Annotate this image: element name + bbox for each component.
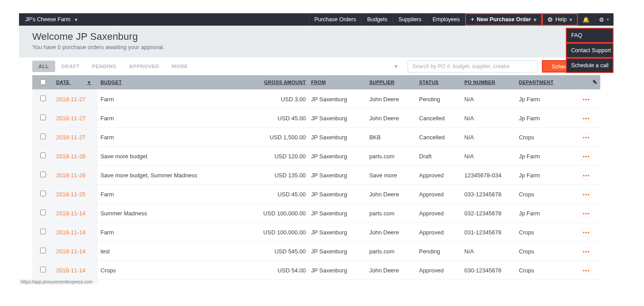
tab-label: APPROVED [129, 64, 159, 69]
nav-employees[interactable]: Employees [427, 13, 465, 26]
nav-suppliers[interactable]: Suppliers [393, 13, 427, 26]
status-bar-url: https://app.procurementexpress.com [19, 279, 94, 285]
col-department[interactable]: DEPARTMENT [516, 75, 573, 90]
row-actions-button[interactable]: ••• [581, 95, 592, 103]
org-switcher[interactable]: JP's Cheese Farm ▾ [25, 16, 78, 23]
row-po: 033-12345678 [462, 185, 516, 204]
row-checkbox[interactable] [40, 210, 46, 215]
row-gross: USD 545.00 [255, 280, 308, 283]
tab-pending[interactable]: PENDING [86, 61, 123, 72]
search-input[interactable] [408, 60, 538, 73]
row-date-link[interactable]: 2018-11-14 [56, 267, 86, 274]
row-checkbox[interactable] [40, 96, 46, 101]
row-po: N/A [462, 280, 516, 283]
row-checkbox[interactable] [40, 248, 46, 253]
col-gross[interactable]: GROSS AMOUNT [255, 75, 308, 90]
row-checkbox[interactable] [40, 115, 46, 120]
row-po: N/A [462, 242, 516, 261]
row-actions-button[interactable]: ••• [581, 152, 592, 161]
help-faq[interactable]: FAQ [567, 29, 613, 42]
nav-budgets[interactable]: Budgets [361, 13, 393, 26]
nav-label: Suppliers [398, 16, 421, 23]
row-budget: Crops [98, 261, 254, 280]
row-actions-button[interactable]: ••• [581, 266, 592, 275]
row-status: Pending [417, 280, 462, 283]
select-all-checkbox[interactable] [40, 79, 46, 85]
edit-columns-icon[interactable]: ✎ [592, 79, 598, 86]
row-date-link[interactable]: 2018-11-26 [56, 172, 86, 179]
filter-bar: ALL DRAFT PENDING APPROVED MORE ▼ Schedu… [19, 57, 614, 75]
row-actions-button[interactable]: ••• [581, 228, 592, 237]
row-from: JP Saxenburg [308, 280, 367, 283]
col-supplier[interactable]: SUPPLIER [367, 75, 417, 90]
row-from: JP Saxenburg [308, 185, 367, 204]
row-date-link[interactable]: 2018-11-27 [56, 96, 86, 103]
topbar: JP's Cheese Farm ▾ Purchase Orders Budge… [19, 13, 614, 26]
row-budget: Farm [98, 223, 254, 242]
caret-down-icon: ▾ [569, 16, 572, 23]
caret-down-icon: ▾ [534, 16, 537, 23]
row-checkbox[interactable] [40, 134, 46, 139]
help-schedule[interactable]: Schedule a call [567, 59, 613, 72]
row-actions-button[interactable]: ••• [581, 209, 592, 218]
row-dept: Crops [516, 128, 573, 147]
page-subtitle: You have 0 purchase orders awaiting your… [32, 44, 600, 50]
row-budget: Farm [98, 109, 254, 128]
row-date-link[interactable]: 2018-11-25 [56, 191, 86, 198]
row-dept: Jp Farm [516, 90, 573, 109]
col-po-number[interactable]: PO NUMBER [462, 75, 516, 90]
row-from: JP Saxenburg [308, 128, 367, 147]
row-supplier: parts.com [367, 147, 417, 166]
row-status: Pending [417, 90, 462, 109]
col-status[interactable]: STATUS [417, 75, 462, 90]
row-checkbox[interactable] [40, 267, 46, 272]
row-checkbox[interactable] [40, 229, 46, 234]
row-dept: Crops [516, 280, 573, 283]
row-date-link[interactable]: 2018-11-26 [56, 153, 86, 160]
tab-more[interactable]: MORE [166, 61, 194, 72]
filter-icon[interactable]: ▼ [389, 63, 403, 70]
help-contact[interactable]: Contact Support [567, 44, 613, 57]
row-from: JP Saxenburg [308, 242, 367, 261]
col-budget[interactable]: BUDGET [98, 75, 254, 90]
tab-label: ALL [38, 64, 49, 69]
settings-button[interactable]: ⚙ ▾ [594, 13, 614, 26]
row-from: JP Saxenburg [308, 147, 367, 166]
row-checkbox[interactable] [40, 191, 46, 196]
row-from: JP Saxenburg [308, 261, 367, 280]
tab-all[interactable]: ALL [32, 61, 55, 72]
row-actions-button[interactable]: ••• [581, 247, 592, 256]
row-actions-button[interactable]: ••• [581, 114, 592, 122]
row-date-link[interactable]: 2018-11-14 [56, 229, 86, 236]
row-status: Approved [417, 223, 462, 242]
row-from: JP Saxenburg [308, 90, 367, 109]
nav-purchase-orders[interactable]: Purchase Orders [309, 13, 361, 26]
row-actions-button[interactable]: ••• [581, 171, 592, 180]
tab-approved[interactable]: APPROVED [123, 61, 166, 72]
sort-desc-icon: ▼ [87, 80, 91, 85]
tab-draft[interactable]: DRAFT [55, 61, 86, 72]
table-row: 2018-11-14testUSD 545.00JP Saxenburgpart… [32, 242, 600, 261]
row-date-link[interactable]: 2018-11-14 [56, 248, 86, 255]
row-actions-button[interactable]: ••• [581, 133, 592, 142]
col-from[interactable]: FROM [308, 75, 367, 90]
nav-label: Purchase Orders [314, 16, 356, 23]
row-dept: Crops [516, 261, 573, 280]
row-status: Approved [417, 261, 462, 280]
row-dept: Crops [516, 223, 573, 242]
col-date[interactable]: DATE ▼ [53, 75, 98, 90]
row-checkbox[interactable] [40, 153, 46, 158]
caret-down-icon: ▾ [607, 17, 609, 22]
row-po: 031-12345678 [462, 223, 516, 242]
row-checkbox[interactable] [40, 172, 46, 177]
row-date-link[interactable]: 2018-11-14 [56, 210, 86, 217]
row-po: N/A [462, 109, 516, 128]
row-date-link[interactable]: 2018-11-27 [56, 134, 86, 141]
row-actions-button[interactable]: ••• [581, 190, 592, 199]
row-date-link[interactable]: 2018-11-27 [56, 115, 86, 122]
notifications-button[interactable]: 🔔 [578, 13, 594, 26]
new-purchase-order-button[interactable]: + New Purchase Order ▾ [465, 13, 542, 26]
row-supplier: John Deere [367, 223, 417, 242]
row-gross: USD 100,000.00 [255, 223, 308, 242]
help-menu-button[interactable]: ❂ Help ▾ [542, 13, 578, 26]
